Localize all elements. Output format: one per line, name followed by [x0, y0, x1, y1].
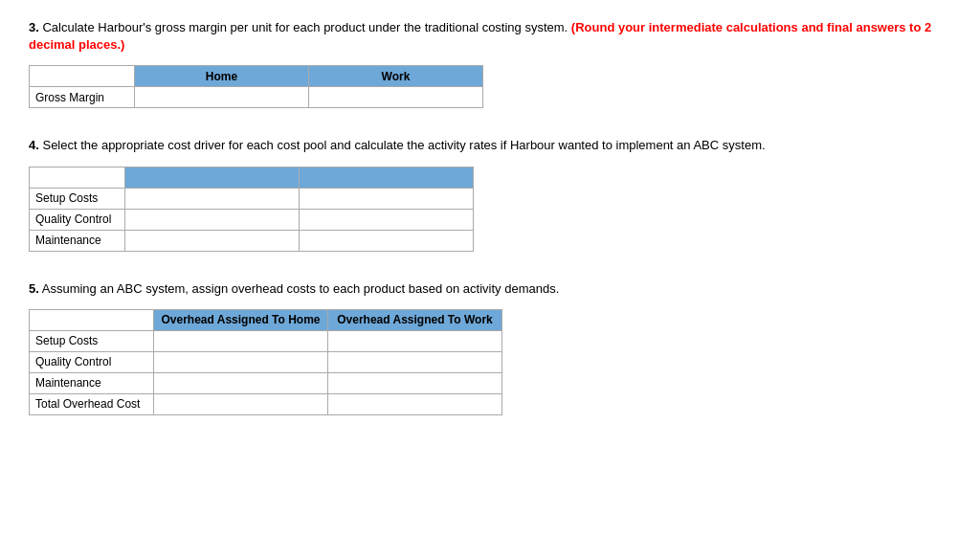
table-row: Gross Margin	[30, 87, 483, 108]
q5-maintenance-work[interactable]	[328, 372, 502, 393]
q3-home-header: Home	[135, 66, 309, 87]
q3-gross-margin-work-input[interactable]	[315, 90, 477, 104]
table-row: Setup Costs	[30, 188, 474, 209]
q4-text: 4. Select the appropriate cost driver fo…	[29, 137, 951, 154]
table-row: Maintenance	[30, 230, 474, 251]
q4-quality-col2[interactable]	[300, 209, 474, 230]
q5-setup-home[interactable]	[154, 330, 328, 351]
q3-work-header: Work	[309, 66, 483, 87]
q5-maintenance-work-input[interactable]	[334, 376, 496, 391]
q4-quality-col1[interactable]	[125, 209, 300, 230]
q4-maintenance-col2-input[interactable]	[305, 234, 467, 248]
q5-total-work[interactable]	[328, 393, 502, 414]
q5-quality-work-input[interactable]	[334, 355, 496, 369]
table-row: Quality Control	[30, 209, 474, 230]
q4-description: Select the appropriate cost driver for e…	[42, 138, 765, 152]
q4-setup-col2-input[interactable]	[305, 191, 467, 206]
q3-gross-margin-home-input[interactable]	[141, 90, 302, 104]
q4-col1-header	[125, 167, 300, 188]
q4-maintenance-col2[interactable]	[300, 230, 474, 251]
q4-maintenance-col1-input[interactable]	[131, 234, 293, 248]
q4-col2-header	[300, 167, 474, 188]
q5-description: Assuming an ABC system, assign overhead …	[42, 281, 560, 296]
table-row: Quality Control	[30, 351, 502, 372]
q3-gross-margin-home[interactable]	[135, 87, 309, 108]
q5-setup-work[interactable]	[328, 330, 502, 351]
q4-setup-costs-label: Setup Costs	[30, 188, 125, 209]
q4-quality-col1-input[interactable]	[131, 212, 293, 227]
q4-maintenance-col1[interactable]	[125, 230, 300, 251]
q5-maintenance-home-input[interactable]	[160, 376, 322, 391]
q3-description: Calculate Harbour's gross margin per uni…	[42, 20, 568, 34]
q5-total-overhead-label: Total Overhead Cost	[30, 393, 154, 414]
q4-setup-col1-input[interactable]	[131, 191, 293, 206]
q5-table: Overhead Assigned To Home Overhead Assig…	[29, 309, 502, 415]
q4-quality-control-label: Quality Control	[30, 209, 125, 230]
q4-table: Setup Costs Quality Control Maintenance	[29, 167, 474, 252]
question-5: 5. Assuming an ABC system, assign overhe…	[29, 280, 951, 415]
q5-empty-header	[30, 309, 154, 330]
q4-empty-header	[30, 167, 125, 188]
q3-gross-margin-work[interactable]	[309, 87, 483, 108]
q5-col1-header: Overhead Assigned To Home	[154, 309, 328, 330]
q3-empty-header	[30, 66, 135, 87]
q4-setup-col2[interactable]	[300, 188, 474, 209]
q4-setup-col1[interactable]	[125, 188, 300, 209]
q4-number: 4.	[29, 138, 39, 152]
q5-quality-control-label: Quality Control	[30, 351, 154, 372]
q5-quality-work[interactable]	[328, 351, 502, 372]
q4-quality-col2-input[interactable]	[305, 212, 467, 227]
q5-col1-header-text: Overhead Assigned To Home	[161, 313, 320, 326]
q3-table: Home Work Gross Margin	[29, 65, 483, 108]
q5-maintenance-home[interactable]	[154, 372, 328, 393]
q5-number: 5.	[29, 281, 39, 296]
q5-total-home[interactable]	[154, 393, 328, 414]
q5-col2-header: Overhead Assigned To Work	[328, 309, 502, 330]
table-row: Setup Costs	[30, 330, 502, 351]
q5-col2-header-text: Overhead Assigned To Work	[337, 313, 492, 326]
q5-total-home-input[interactable]	[160, 397, 322, 412]
q5-setup-home-input[interactable]	[160, 334, 322, 348]
q4-maintenance-label: Maintenance	[30, 230, 125, 251]
question-3: 3. Calculate Harbour's gross margin per …	[29, 19, 951, 108]
q5-setup-costs-label: Setup Costs	[30, 330, 154, 351]
table-row: Maintenance	[30, 372, 502, 393]
q5-setup-work-input[interactable]	[334, 334, 496, 348]
q3-gross-margin-label: Gross Margin	[30, 87, 135, 108]
q5-quality-home-input[interactable]	[160, 355, 322, 369]
q5-quality-home[interactable]	[154, 351, 328, 372]
question-4: 4. Select the appropriate cost driver fo…	[29, 137, 951, 251]
q3-text: 3. Calculate Harbour's gross margin per …	[29, 19, 951, 54]
q3-number: 3.	[29, 20, 39, 34]
q5-maintenance-label: Maintenance	[30, 372, 154, 393]
q5-text: 5. Assuming an ABC system, assign overhe…	[29, 280, 951, 298]
q5-total-work-input[interactable]	[334, 397, 496, 412]
table-row: Total Overhead Cost	[30, 393, 502, 414]
